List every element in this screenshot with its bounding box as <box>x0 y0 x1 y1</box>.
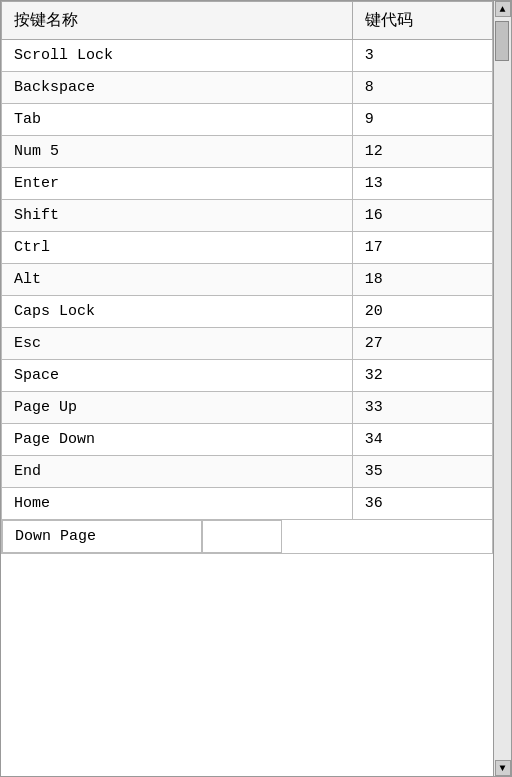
cell-key-code: 35 <box>352 456 492 488</box>
cell-key-code: 12 <box>352 136 492 168</box>
cell-key-code: 17 <box>352 232 492 264</box>
cell-key-code: 18 <box>352 264 492 296</box>
scrollbar-up-arrow[interactable]: ▲ <box>495 1 511 17</box>
table-row: Esc27 <box>2 328 493 360</box>
cell-key-code: 20 <box>352 296 492 328</box>
table-header-row: 按键名称 键代码 <box>2 2 493 40</box>
cell-key-code: 9 <box>352 104 492 136</box>
cell-key-code: 32 <box>352 360 492 392</box>
cell-key-name: Scroll Lock <box>2 40 353 72</box>
table-row: Page Down34 <box>2 424 493 456</box>
cell-key-name: Caps Lock <box>2 296 353 328</box>
cell-key-code: 33 <box>352 392 492 424</box>
table-row: Enter13 <box>2 168 493 200</box>
cell-key-name: Backspace <box>2 72 353 104</box>
cell-key-code: 16 <box>352 200 492 232</box>
partial-row-name: Down Page <box>2 520 202 553</box>
partial-row-code <box>202 520 282 553</box>
cell-key-name: Space <box>2 360 353 392</box>
scrollbar-track[interactable] <box>495 17 511 760</box>
table-row: Caps Lock20 <box>2 296 493 328</box>
cell-key-code: 27 <box>352 328 492 360</box>
table-row: Page Up33 <box>2 392 493 424</box>
cell-key-name: Esc <box>2 328 353 360</box>
table-container: 按键名称 键代码 Scroll Lock3Backspace8Tab9Num 5… <box>0 0 512 777</box>
cell-key-code: 8 <box>352 72 492 104</box>
cell-key-code: 13 <box>352 168 492 200</box>
cell-key-name: End <box>2 456 353 488</box>
cell-key-name: Ctrl <box>2 232 353 264</box>
cell-key-code: 34 <box>352 424 492 456</box>
table-row: Scroll Lock3 <box>2 40 493 72</box>
cell-key-name: Enter <box>2 168 353 200</box>
table-row: Tab9 <box>2 104 493 136</box>
cell-key-name: Tab <box>2 104 353 136</box>
table-row: Alt18 <box>2 264 493 296</box>
scrollbar-down-arrow[interactable]: ▼ <box>495 760 511 776</box>
table-row: Space32 <box>2 360 493 392</box>
table-row: Num 512 <box>2 136 493 168</box>
table-row: Shift16 <box>2 200 493 232</box>
cell-key-name: Alt <box>2 264 353 296</box>
cell-key-code: 36 <box>352 488 492 520</box>
table-row: End35 <box>2 456 493 488</box>
cell-key-code: 3 <box>352 40 492 72</box>
table-row: Home36 <box>2 488 493 520</box>
cell-key-name: Page Down <box>2 424 353 456</box>
key-code-table: 按键名称 键代码 Scroll Lock3Backspace8Tab9Num 5… <box>1 1 493 520</box>
scrollbar-thumb[interactable] <box>495 21 509 61</box>
table-body: Scroll Lock3Backspace8Tab9Num 512Enter13… <box>2 40 493 520</box>
scrollbar[interactable]: ▲ ▼ <box>493 1 511 776</box>
cell-key-name: Shift <box>2 200 353 232</box>
cell-key-name: Num 5 <box>2 136 353 168</box>
table-row: Backspace8 <box>2 72 493 104</box>
cell-key-name: Page Up <box>2 392 353 424</box>
header-key-code: 键代码 <box>352 2 492 40</box>
table-row: Ctrl17 <box>2 232 493 264</box>
header-key-name: 按键名称 <box>2 2 353 40</box>
cell-key-name: Home <box>2 488 353 520</box>
